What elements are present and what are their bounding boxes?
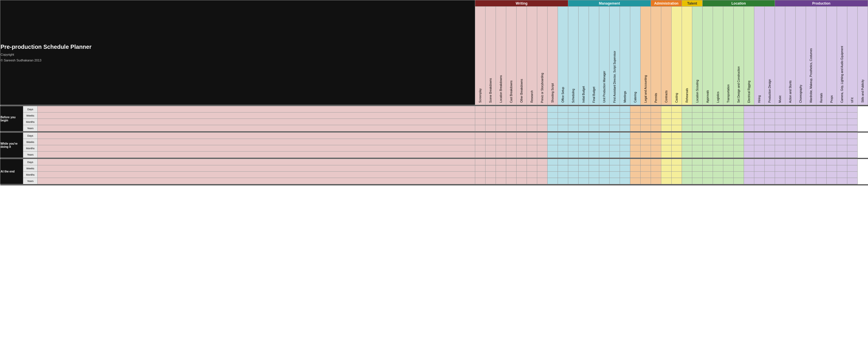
cell-while-doing-it-weeks-research[interactable] — [517, 139, 527, 145]
cell-while-doing-it-days-cast-breakdowns[interactable] — [496, 133, 506, 139]
cell-before-you-begin-months-permits[interactable] — [641, 119, 651, 125]
cell-at-the-end-years-other-breakdowns[interactable] — [506, 178, 517, 184]
cell-before-you-begin-days-approvals[interactable] — [692, 106, 703, 113]
cell-at-the-end-years-previz[interactable] — [527, 178, 537, 184]
cell-before-you-begin-days-props[interactable] — [816, 106, 827, 113]
cell-while-doing-it-weeks-scheduling[interactable] — [558, 139, 568, 145]
cell-while-doing-it-weeks-scene-breakdowns[interactable] — [475, 139, 486, 145]
cell-at-the-end-months-set-design[interactable] — [723, 171, 734, 178]
cell-before-you-begin-weeks-final-budget[interactable] — [579, 113, 589, 119]
cell-while-doing-it-months-electrical-rigging[interactable] — [734, 145, 744, 152]
cell-at-the-end-days-office-setup[interactable] — [548, 159, 558, 165]
cell-at-the-end-years-contracts[interactable] — [651, 178, 661, 184]
cell-while-doing-it-months-transportation[interactable] — [713, 145, 723, 152]
cell-while-doing-it-days-final-budget[interactable] — [579, 133, 589, 139]
cell-while-doing-it-months-contracts[interactable] — [651, 145, 661, 152]
cell-at-the-end-years-rentals[interactable] — [806, 178, 816, 184]
cell-while-doing-it-months-scene-breakdowns[interactable] — [475, 145, 486, 152]
cell-before-you-begin-days-location-scouting[interactable] — [682, 106, 692, 113]
cell-before-you-begin-months-camera-grip[interactable] — [827, 119, 837, 125]
cell-at-the-end-months-cast-breakdowns[interactable] — [496, 171, 506, 178]
cell-at-the-end-days-approvals[interactable] — [692, 159, 703, 165]
cell-while-doing-it-months-cast-breakdowns[interactable] — [496, 145, 506, 152]
cell-at-the-end-months-choreography[interactable] — [785, 171, 796, 178]
cell-before-you-begin-weeks-hiring[interactable] — [744, 113, 754, 119]
cell-while-doing-it-months-location-breakdowns[interactable] — [486, 145, 496, 152]
cell-while-doing-it-years-scheduling[interactable] — [558, 152, 568, 158]
cell-before-you-begin-years-set-design[interactable] — [723, 125, 734, 131]
cell-before-you-begin-weeks-choreography[interactable] — [785, 113, 796, 119]
cell-while-doing-it-days-hiring[interactable] — [744, 133, 754, 139]
cell-while-doing-it-years-casting[interactable] — [661, 152, 672, 158]
cell-before-you-begin-weeks-office-setup[interactable] — [548, 113, 558, 119]
cell-before-you-begin-years-other-breakdowns[interactable] — [506, 125, 517, 131]
cell-at-the-end-days-camera-grip[interactable] — [827, 159, 837, 165]
cell-at-the-end-years-office-setup[interactable] — [548, 178, 558, 184]
cell-at-the-end-months-first-ad[interactable] — [599, 171, 610, 178]
cell-while-doing-it-months-production-design[interactable] — [754, 145, 765, 152]
cell-while-doing-it-months-shooting-script[interactable] — [537, 145, 548, 152]
cell-while-doing-it-days-location-breakdowns[interactable] — [486, 133, 496, 139]
cell-while-doing-it-months-research[interactable] — [517, 145, 527, 152]
cell-before-you-begin-years-hiring[interactable] — [744, 125, 754, 131]
cell-while-doing-it-months-legal-accounting[interactable] — [630, 145, 641, 152]
cell-before-you-begin-years-wardrobe[interactable] — [796, 125, 806, 131]
cell-while-doing-it-days-transportation[interactable] — [713, 133, 723, 139]
cell-while-doing-it-years-approvals[interactable] — [692, 152, 703, 158]
cell-while-doing-it-days-unit-production-manager[interactable] — [589, 133, 599, 139]
cell-before-you-begin-years-logistics[interactable] — [703, 125, 713, 131]
cell-before-you-begin-months-logistics[interactable] — [703, 119, 713, 125]
cell-while-doing-it-months-action-stunts[interactable] — [775, 145, 785, 152]
cell-before-you-begin-weeks-wardrobe[interactable] — [796, 113, 806, 119]
cell-before-you-begin-days-final-budget[interactable] — [579, 106, 589, 113]
cell-at-the-end-months-production-design[interactable] — [754, 171, 765, 178]
cell-at-the-end-days-contracts[interactable] — [651, 159, 661, 165]
cell-before-you-begin-months-office-setup[interactable] — [548, 119, 558, 125]
cell-at-the-end-days-location-breakdowns[interactable] — [486, 159, 496, 165]
cell-while-doing-it-days-legal-accounting[interactable] — [630, 133, 641, 139]
cell-while-doing-it-weeks-contracts[interactable] — [651, 139, 661, 145]
cell-before-you-begin-weeks-vfx[interactable] — [837, 113, 847, 119]
cell-while-doing-it-months-hiring[interactable] — [744, 145, 754, 152]
cell-while-doing-it-years-scene-breakdowns[interactable] — [475, 152, 486, 158]
cell-before-you-begin-weeks-music[interactable] — [765, 113, 775, 119]
cell-before-you-begin-days-logistics[interactable] — [703, 106, 713, 113]
cell-while-doing-it-weeks-unit-production-manager[interactable] — [589, 139, 599, 145]
cell-at-the-end-days-wardrobe[interactable] — [796, 159, 806, 165]
cell-at-the-end-months-legal-accounting[interactable] — [630, 171, 641, 178]
cell-before-you-begin-days-other-breakdowns[interactable] — [506, 106, 517, 113]
cell-while-doing-it-weeks-camera-grip[interactable] — [827, 139, 837, 145]
cell-at-the-end-months-permits[interactable] — [641, 171, 651, 178]
cell-at-the-end-days-scene-breakdowns[interactable] — [475, 159, 486, 165]
cell-before-you-begin-years-catering[interactable] — [620, 125, 630, 131]
cell-before-you-begin-days-legal-accounting[interactable] — [630, 106, 641, 113]
cell-while-doing-it-days-office-setup[interactable] — [548, 133, 558, 139]
cell-at-the-end-months-initial-budget[interactable] — [568, 171, 579, 178]
cell-at-the-end-years-screenplay[interactable] — [38, 178, 475, 184]
cell-while-doing-it-days-research[interactable] — [517, 133, 527, 139]
cell-at-the-end-years-logistics[interactable] — [703, 178, 713, 184]
cell-at-the-end-weeks-shooting-script[interactable] — [537, 165, 548, 171]
cell-at-the-end-years-choreography[interactable] — [785, 178, 796, 184]
cell-before-you-begin-months-final-budget[interactable] — [579, 119, 589, 125]
cell-at-the-end-months-meetings[interactable] — [610, 171, 620, 178]
cell-before-you-begin-weeks-production-design[interactable] — [754, 113, 765, 119]
cell-while-doing-it-days-electrical-rigging[interactable] — [734, 133, 744, 139]
cell-before-you-begin-days-unit-production-manager[interactable] — [589, 106, 599, 113]
cell-while-doing-it-years-office-setup[interactable] — [548, 152, 558, 158]
cell-while-doing-it-weeks-vfx[interactable] — [837, 139, 847, 145]
cell-at-the-end-years-music[interactable] — [765, 178, 775, 184]
cell-at-the-end-months-scene-breakdowns[interactable] — [475, 171, 486, 178]
cell-at-the-end-years-research[interactable] — [517, 178, 527, 184]
cell-at-the-end-days-catering[interactable] — [620, 159, 630, 165]
cell-while-doing-it-days-location-scouting[interactable] — [682, 133, 692, 139]
cell-while-doing-it-months-wardrobe[interactable] — [796, 145, 806, 152]
cell-at-the-end-months-props[interactable] — [816, 171, 827, 178]
cell-before-you-begin-weeks-camera-grip[interactable] — [827, 113, 837, 119]
cell-before-you-begin-months-unit-production-manager[interactable] — [589, 119, 599, 125]
cell-before-you-begin-years-scene-breakdowns[interactable] — [475, 125, 486, 131]
cell-at-the-end-years-final-budget[interactable] — [579, 178, 589, 184]
cell-at-the-end-years-shooting-script[interactable] — [537, 178, 548, 184]
cell-before-you-begin-weeks-initial-budget[interactable] — [568, 113, 579, 119]
cell-before-you-begin-weeks-rehearsals[interactable] — [672, 113, 682, 119]
